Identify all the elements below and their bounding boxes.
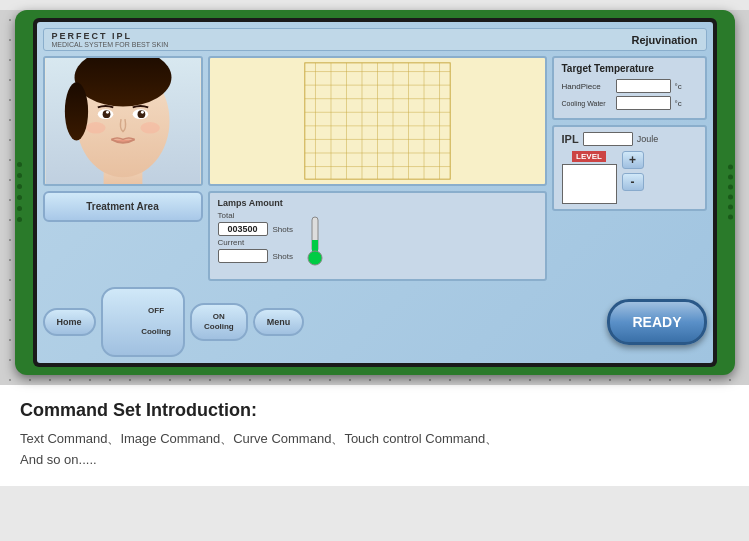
lcd-screen: PERFECT IPL MEDICAL SYSTEM FOR BEST SKIN… [37, 22, 713, 363]
hole-dot [728, 215, 733, 220]
svg-rect-33 [312, 240, 318, 252]
level-section: LEVEL + - [562, 151, 697, 204]
page-wrapper: PERFECT IPL MEDICAL SYSTEM FOR BEST SKIN… [0, 10, 749, 486]
level-minus-button[interactable]: - [622, 173, 644, 191]
treatment-area-button[interactable]: Treatment Area [43, 191, 203, 222]
menu-button[interactable]: Menu [253, 308, 305, 336]
ipl-panel: IPL Joule LEVEL + [552, 125, 707, 211]
off-cooling-label: OFF [148, 306, 164, 315]
handpiece-label: HandPiece [562, 82, 612, 91]
right-column: Target Temperature HandPiece °c Cooling … [552, 56, 707, 281]
off-cooling-button[interactable]: OFF Cooling [101, 287, 185, 357]
lamps-panel: Lamps Amount Total 003500 Shots [208, 191, 547, 281]
temp-title: Target Temperature [562, 63, 697, 74]
mode-title: Rejuvination [631, 34, 697, 46]
hole-dot [728, 205, 733, 210]
text-title: Command Set Introduction: [20, 400, 729, 421]
svg-point-10 [140, 111, 143, 114]
text-body-line1: Text Command、Image Command、Curve Command… [20, 431, 498, 446]
text-body: Text Command、Image Command、Curve Command… [20, 429, 729, 471]
lamps-title: Lamps Amount [218, 198, 537, 208]
hole-dot [17, 195, 22, 200]
home-button[interactable]: Home [43, 308, 96, 336]
mounting-holes-left [17, 162, 22, 222]
lamps-current-value-row: Shots [218, 249, 293, 263]
on-cooling-sublabel: Cooling [204, 322, 234, 331]
thermometer-container [306, 215, 324, 274]
svg-point-12 [140, 122, 159, 134]
hole-dot [728, 195, 733, 200]
cooling-water-unit: °c [675, 99, 682, 108]
lamps-total-value: 003500 [218, 222, 268, 236]
grid-svg [210, 58, 545, 184]
on-cooling-label: ON [213, 312, 225, 321]
hole-dot [728, 165, 733, 170]
text-body-line2: And so on..... [20, 452, 97, 467]
hole-dot [17, 217, 22, 222]
off-cooling-sublabel: Cooling [141, 327, 171, 336]
brand-subtitle: MEDICAL SYSTEM FOR BEST SKIN [52, 41, 169, 48]
temperature-panel: Target Temperature HandPiece °c Cooling … [552, 56, 707, 120]
handpiece-row: HandPiece °c [562, 79, 697, 93]
lamps-total-value-row: 003500 Shots [218, 222, 293, 236]
level-buttons: + - [622, 151, 644, 191]
level-display [562, 164, 617, 204]
grid-chart [208, 56, 547, 186]
hole-dot [17, 206, 22, 211]
svg-point-34 [308, 251, 322, 265]
left-column: Treatment Area [43, 56, 203, 281]
main-content: Treatment Area [43, 56, 707, 281]
lamps-total-unit: Shots [273, 225, 293, 234]
header-left: PERFECT IPL MEDICAL SYSTEM FOR BEST SKIN [52, 31, 169, 48]
face-image-box [43, 56, 203, 186]
level-label: LEVEL [572, 151, 606, 162]
cooling-water-input[interactable] [616, 96, 671, 110]
mounting-holes-right [728, 165, 733, 220]
lamps-current-label: Current [218, 238, 260, 247]
lamps-current-unit: Shots [273, 252, 293, 261]
lamps-current-row: Current [218, 238, 293, 247]
handpiece-unit: °c [675, 82, 682, 91]
middle-column: Lamps Amount Total 003500 Shots [208, 56, 547, 281]
ipl-input[interactable] [583, 132, 633, 146]
svg-point-4 [64, 82, 87, 140]
brand-title: PERFECT IPL [52, 31, 169, 41]
level-plus-button[interactable]: + [622, 151, 644, 169]
ipl-label: IPL [562, 133, 579, 145]
cooling-water-label: Cooling Water [562, 100, 612, 107]
svg-point-9 [106, 111, 109, 114]
hole-dot [17, 184, 22, 189]
header-bar: PERFECT IPL MEDICAL SYSTEM FOR BEST SKIN… [43, 28, 707, 51]
bottom-buttons-section: Home OFF Cooling ON Cooling Menu READY [43, 287, 707, 357]
hole-dot [17, 162, 22, 167]
lamps-total-row: Total [218, 211, 293, 220]
svg-point-11 [86, 122, 105, 134]
ipl-row: IPL Joule [562, 132, 697, 146]
on-cooling-button[interactable]: ON Cooling [190, 303, 248, 342]
text-content: Command Set Introduction: Text Command、I… [0, 385, 749, 486]
handpiece-input[interactable] [616, 79, 671, 93]
face-svg [45, 58, 201, 184]
hole-dot [728, 175, 733, 180]
ipl-unit: Joule [637, 134, 659, 144]
hole-dot [728, 185, 733, 190]
level-label-area: LEVEL [562, 151, 617, 204]
hole-dot [17, 173, 22, 178]
thermometer-svg [306, 215, 324, 270]
device-frame: PERFECT IPL MEDICAL SYSTEM FOR BEST SKIN… [15, 10, 735, 375]
cooling-water-row: Cooling Water °c [562, 96, 697, 110]
screen-bezel: PERFECT IPL MEDICAL SYSTEM FOR BEST SKIN… [33, 18, 717, 367]
lamps-current-value [218, 249, 268, 263]
lamps-total-label: Total [218, 211, 260, 220]
ready-button[interactable]: READY [607, 299, 706, 345]
